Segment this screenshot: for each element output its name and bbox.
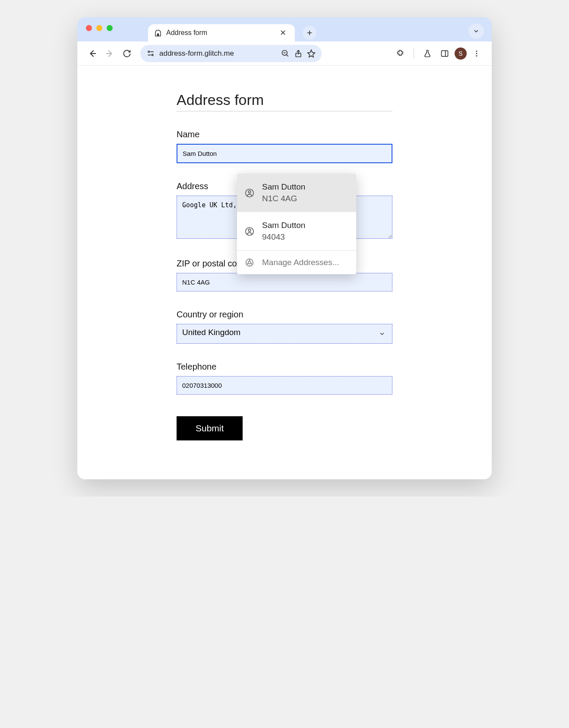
autofill-detail: 94043 bbox=[262, 231, 305, 243]
autofill-name: Sam Dutton bbox=[262, 220, 305, 231]
autofill-popup: Sam Dutton N1C 4AG Sam Dutton 94043 Mana… bbox=[237, 174, 356, 274]
zip-input[interactable] bbox=[177, 273, 392, 291]
share-icon[interactable] bbox=[294, 49, 303, 58]
svg-point-5 bbox=[476, 51, 477, 52]
person-icon bbox=[245, 188, 254, 198]
svg-point-6 bbox=[476, 53, 477, 54]
sidepanel-icon[interactable] bbox=[437, 46, 452, 61]
field-phone: Telephone bbox=[177, 362, 392, 395]
site-settings-icon[interactable] bbox=[146, 49, 155, 58]
svg-point-0 bbox=[148, 51, 149, 52]
label-phone: Telephone bbox=[177, 362, 392, 372]
label-name: Name bbox=[177, 130, 392, 139]
svg-point-9 bbox=[248, 190, 251, 193]
site-icon bbox=[154, 29, 162, 37]
autofill-name: Sam Dutton bbox=[262, 181, 305, 193]
manage-addresses-label: Manage Addresses... bbox=[262, 258, 339, 267]
bookmark-icon[interactable] bbox=[307, 49, 316, 58]
zoom-icon[interactable] bbox=[281, 49, 290, 58]
browser-window: Address form ✕ address-form.glitch.me bbox=[77, 17, 492, 479]
label-country: Country or region bbox=[177, 310, 392, 320]
manage-addresses-button[interactable]: Manage Addresses... bbox=[237, 251, 356, 274]
phone-input[interactable] bbox=[177, 376, 392, 395]
window-controls bbox=[86, 25, 113, 31]
new-tab-button[interactable] bbox=[303, 26, 316, 40]
maximize-window-button[interactable] bbox=[107, 25, 113, 31]
tab-title: Address form bbox=[166, 29, 207, 37]
extensions-icon[interactable] bbox=[393, 46, 408, 61]
tab-close-button[interactable]: ✕ bbox=[277, 27, 289, 38]
page-content: Address form Name Address ZIP or postal … bbox=[77, 66, 492, 479]
svg-rect-4 bbox=[442, 51, 448, 56]
window-titlebar: Address form ✕ bbox=[77, 17, 492, 41]
avatar-letter: S bbox=[458, 50, 462, 57]
field-country: Country or region United Kingdom bbox=[177, 310, 392, 344]
page-heading: Address form bbox=[177, 92, 392, 111]
person-icon bbox=[245, 227, 254, 236]
browser-toolbar: address-form.glitch.me S bbox=[77, 41, 492, 66]
back-button[interactable] bbox=[85, 46, 100, 61]
submit-button[interactable]: Submit bbox=[177, 416, 243, 440]
minimize-window-button[interactable] bbox=[96, 25, 102, 31]
svg-point-1 bbox=[152, 54, 153, 55]
svg-point-11 bbox=[248, 229, 251, 231]
forward-button[interactable] bbox=[102, 46, 117, 61]
autofill-detail: N1C 4AG bbox=[262, 193, 305, 205]
reload-button[interactable] bbox=[120, 46, 134, 61]
address-bar[interactable]: address-form.glitch.me bbox=[140, 45, 322, 62]
autofill-suggestion[interactable]: Sam Dutton 94043 bbox=[237, 212, 356, 250]
name-input[interactable] bbox=[177, 144, 392, 163]
chrome-icon bbox=[245, 258, 254, 267]
labs-icon[interactable] bbox=[420, 46, 435, 61]
field-name: Name bbox=[177, 130, 392, 163]
profile-avatar[interactable]: S bbox=[455, 47, 467, 60]
country-select[interactable]: United Kingdom bbox=[177, 324, 392, 344]
url-text: address-form.glitch.me bbox=[159, 49, 234, 58]
tabs-dropdown-button[interactable] bbox=[468, 23, 484, 39]
browser-tab[interactable]: Address form ✕ bbox=[148, 24, 295, 41]
menu-button[interactable] bbox=[469, 46, 484, 61]
svg-point-7 bbox=[476, 55, 477, 56]
autofill-suggestion[interactable]: Sam Dutton N1C 4AG bbox=[237, 174, 356, 212]
toolbar-separator bbox=[414, 48, 414, 59]
close-window-button[interactable] bbox=[86, 25, 92, 31]
svg-point-13 bbox=[248, 261, 251, 264]
